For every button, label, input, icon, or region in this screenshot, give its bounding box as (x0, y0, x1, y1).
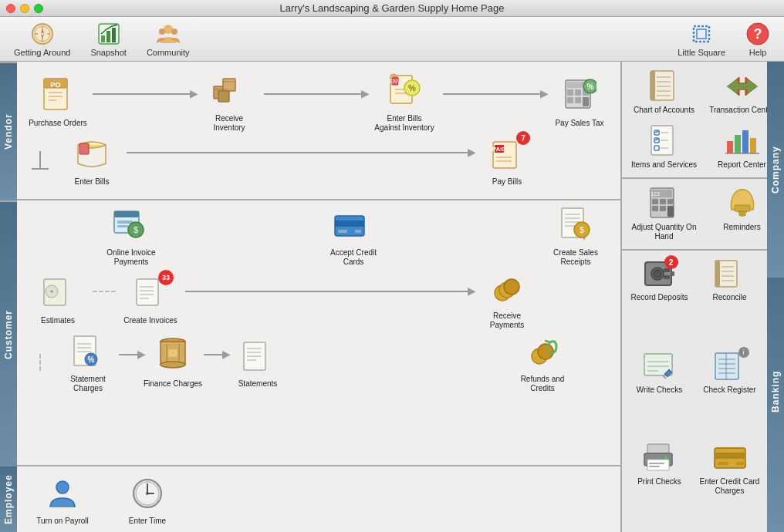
adjust-quantity-label: Adjust Quantity On Hand (630, 223, 698, 241)
refunds-credits-icon (522, 332, 563, 372)
enter-credit-card-item[interactable]: Enter Credit Card Charges (695, 438, 764, 529)
svg-rect-55 (117, 221, 133, 224)
turn-on-payroll-label: Turn on Payroll (36, 517, 88, 526)
help-button[interactable]: ? Help (739, 19, 776, 60)
banking-grid: 2 Record Deposits (622, 251, 767, 532)
write-checks-item[interactable]: Write Checks (625, 346, 694, 437)
receive-inventory-node[interactable]: Receive Inventory (194, 71, 264, 133)
svg-rect-127 (742, 130, 749, 153)
print-checks-item[interactable]: Print Checks (625, 438, 694, 529)
connector-s1: ▶ (119, 354, 142, 355)
getting-around-button[interactable]: Getting Around (8, 19, 76, 60)
long-connector: ▶ (127, 152, 472, 153)
statements-node[interactable]: Statements (227, 336, 289, 389)
register-icon: i (713, 349, 747, 383)
svg-text:%: % (587, 82, 594, 91)
svg-point-140 (738, 212, 746, 217)
svg-rect-147 (664, 275, 670, 279)
minimize-button[interactable] (20, 4, 29, 13)
record-deposits-item[interactable]: 2 Record Deposits (625, 254, 694, 345)
maximize-button[interactable] (34, 4, 43, 13)
svg-text:$: $ (133, 225, 138, 234)
connector-s2: ▶ (204, 354, 227, 355)
customer-section: $ Online Invoice Payments (17, 200, 620, 466)
enter-bills-node[interactable]: Enter Bills (57, 134, 127, 187)
svg-rect-39 (567, 89, 573, 96)
check-register-item[interactable]: i Check Register (695, 346, 764, 437)
accept-cards-node[interactable]: Accept Credit Cards (315, 205, 392, 267)
svg-text:ENV: ENV (390, 79, 401, 84)
enter-credit-card-label: Enter Credit Card Charges (698, 477, 761, 496)
enter-bills-inventory-icon: ENV % (384, 71, 424, 111)
svg-rect-169 (649, 463, 664, 464)
refunds-credits-node[interactable]: Refunds and Credits (508, 332, 577, 393)
pay-sales-tax-node[interactable]: % Pay Sales Tax (545, 76, 614, 128)
h-connector-left (32, 168, 49, 170)
company2-grid: 123 Adjust Quantity On Hand (622, 179, 784, 249)
toolbar-right: Little Square ? Help (671, 19, 776, 60)
svg-rect-93 (168, 349, 177, 357)
report-center-label: Report Center (718, 160, 766, 170)
svg-text:PAID: PAID (492, 146, 507, 153)
purchase-orders-node[interactable]: PO Purchase Orders (23, 76, 93, 128)
enter-bills-inventory-node[interactable]: ENV % Enter Bills Against Inventory (366, 71, 443, 133)
adjust-quantity-item[interactable]: 123 Adjust Quantity On Hand (627, 184, 701, 244)
create-invoices-node[interactable]: 33 Create Invoices (116, 273, 185, 325)
turn-on-payroll-icon (42, 473, 83, 513)
print-checks-label: Print Checks (637, 477, 681, 487)
connector2: ▶ (264, 93, 366, 95)
square-icon (689, 22, 714, 46)
finance-charges-node[interactable]: Finance Charges (142, 336, 204, 389)
svg-rect-42 (567, 97, 573, 103)
receive-payments-label: Receive Payments (476, 311, 538, 330)
close-button[interactable] (6, 4, 15, 13)
svg-rect-150 (715, 261, 720, 287)
statements-icon (238, 336, 278, 376)
little-square-label: Little Square (678, 48, 725, 57)
employee-section-label: Employee (0, 466, 17, 532)
create-sales-receipts-icon: $ (556, 205, 596, 245)
help-icon: ? (745, 22, 770, 46)
svg-text:?: ? (754, 26, 762, 42)
company-grid: Chart of Accounts Transaction Center (622, 62, 784, 177)
chart-of-accounts-item[interactable]: Chart of Accounts (627, 66, 701, 118)
svg-rect-43 (575, 97, 581, 103)
statement-charges-icon: % (68, 332, 108, 372)
online-invoice-node[interactable]: $ Online Invoice Payments (93, 205, 170, 267)
enter-time-node[interactable]: Enter Time (113, 473, 182, 526)
statements-label: Statements (238, 379, 278, 389)
enter-time-icon (127, 473, 167, 513)
little-square-button[interactable]: Little Square (671, 19, 732, 60)
employee-row: Turn on Payroll (20, 473, 190, 526)
transaction-center-label: Transaction Center (709, 106, 775, 115)
svg-rect-128 (750, 138, 756, 153)
statement-charges-node[interactable]: % Statement Charges (57, 332, 119, 393)
svg-rect-44 (583, 97, 589, 106)
svg-rect-60 (335, 221, 364, 227)
vendor-row2: Enter Bills ▶ PAID (20, 134, 617, 187)
company-section-label: Company (767, 62, 784, 278)
vendor-section: PO Purchase Orders ▶ (17, 62, 620, 200)
items-services-item[interactable]: Items and Services (627, 121, 701, 173)
receive-payments-node[interactable]: Receive Payments (472, 268, 542, 330)
turn-on-payroll-node[interactable]: Turn on Payroll (28, 473, 97, 526)
create-sales-receipts-node[interactable]: $ Create Sales Receipts (537, 205, 614, 267)
estimates-node[interactable]: Estimates (23, 273, 93, 325)
create-invoices-label: Create Invoices (123, 316, 177, 325)
chart-icon (96, 22, 121, 46)
svg-rect-170 (649, 466, 660, 467)
snapshot-button[interactable]: Snapshot (84, 19, 132, 60)
svg-rect-62 (355, 230, 361, 233)
pay-bills-badge: 7 (516, 131, 530, 145)
reconcile-item[interactable]: Reconcile (695, 254, 764, 345)
pay-bills-node[interactable]: PAID 7 Pay Bills (472, 134, 542, 187)
check-register-info: i (738, 347, 749, 358)
svg-rect-133 (660, 199, 666, 204)
safe-icon: 2 (643, 257, 677, 291)
svg-rect-54 (114, 211, 139, 217)
estimates-icon (38, 273, 78, 313)
record-deposits-label: Record Deposits (631, 293, 688, 302)
community-button[interactable]: Community (140, 19, 196, 60)
reminders-label: Reminders (723, 223, 760, 232)
online-invoice-icon: $ (111, 205, 151, 245)
